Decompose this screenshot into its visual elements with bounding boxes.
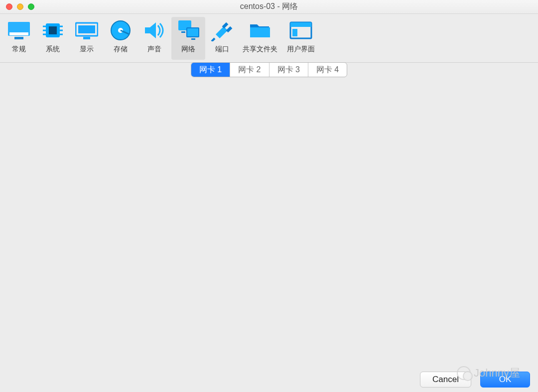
svg-rect-21 (191, 38, 195, 40)
tab-adapter-2[interactable]: 网卡 2 (230, 63, 269, 77)
chevrons-icon (496, 184, 508, 198)
toolbar-item-network[interactable]: 网络 (171, 17, 205, 60)
promiscuous-mode-select[interactable]: 拒绝 (122, 210, 510, 227)
ok-button[interactable]: OK (480, 372, 530, 388)
folder-icon (248, 19, 272, 42)
adapter-type-select[interactable]: Intel PRO/1000 MT 桌面 (82540EM) (122, 182, 510, 199)
chevrons-icon (308, 107, 320, 121)
tab-adapter-1[interactable]: 网卡 1 (191, 63, 230, 77)
svg-rect-26 (292, 29, 297, 36)
window-title: centos-03 - 网络 (0, 1, 538, 12)
toolbar-label: 用户界面 (287, 45, 315, 54)
cancel-button[interactable]: Cancel (420, 372, 471, 388)
toolbar-label: 显示 (80, 45, 94, 54)
toolbar-item-display[interactable]: 显示 (70, 17, 104, 60)
chevrons-icon (496, 212, 508, 226)
toolbar-label: 网络 (181, 45, 195, 54)
svg-rect-13 (83, 37, 90, 39)
svg-rect-20 (181, 31, 185, 33)
attach-mode-label: 连接方式: (22, 108, 122, 120)
toolbar-item-general[interactable]: 常规 (2, 17, 36, 60)
port-forwarding-label: 端口转发 (197, 288, 231, 299)
interface-name-value: en0: Wi-Fi (AirPort) (128, 136, 204, 147)
mac-address-value: 08002798A261 (128, 242, 188, 252)
svg-rect-19 (187, 28, 198, 36)
port-forwarding-button[interactable]: 端口转发 (127, 286, 301, 301)
attach-mode-select[interactable]: 桥接网卡 (122, 105, 321, 122)
monitor-icon (7, 19, 31, 42)
interface-name-select[interactable]: en0: Wi-Fi (AirPort) (122, 133, 510, 150)
cable-connected-label: 接入网线 (141, 264, 177, 276)
network-icon (176, 19, 200, 42)
toolbar-label: 声音 (147, 45, 161, 54)
toolbar-item-ports[interactable]: 端口 (205, 17, 239, 60)
promiscuous-mode-value: 拒绝 (128, 213, 145, 225)
toolbar-label: 系统 (46, 45, 60, 54)
attach-mode-value: 桥接网卡 (128, 108, 163, 120)
display-icon (75, 19, 99, 42)
svg-rect-2 (14, 37, 23, 39)
interface-name-label: 界面名称: (22, 135, 122, 147)
enable-network-checkbox[interactable]: ✓ (33, 84, 42, 93)
svg-rect-12 (78, 25, 95, 33)
svg-rect-1 (9, 32, 28, 35)
advanced-toggle[interactable]: 高级 (84, 161, 516, 172)
toolbar-item-shared-folders[interactable]: 共享文件夹 (239, 17, 281, 60)
toolbar-label: 常规 (12, 45, 26, 54)
toolbar-item-audio[interactable]: 声音 (137, 17, 171, 60)
toolbar-item-system[interactable]: 系统 (36, 17, 70, 60)
toolbar-item-user-interface[interactable]: 用户界面 (281, 17, 321, 60)
adapter-type-value: Intel PRO/1000 MT 桌面 (82540EM) (128, 185, 271, 197)
mac-address-input[interactable]: 08002798A261 (122, 238, 481, 255)
chevrons-icon (496, 134, 508, 148)
svg-rect-23 (226, 26, 233, 33)
toolbar-label: 存储 (114, 45, 128, 54)
plug-icon (210, 19, 234, 42)
network-adapter-panel: ✓ 启用网络连接 连接方式: 桥接网卡 界面名称: en0: Wi-Fi (Ai… (8, 55, 530, 324)
svg-rect-4 (49, 26, 57, 34)
tab-adapter-4[interactable]: 网卡 4 (308, 63, 347, 77)
promiscuous-mode-label: 混杂模式: (22, 213, 122, 225)
mac-address-label: MAC 地址: (22, 241, 122, 253)
disk-icon (109, 19, 133, 42)
toolbar-label: 端口 (215, 45, 229, 54)
chip-icon (41, 19, 65, 42)
enable-network-label: 启用网络连接 (46, 82, 100, 94)
svg-rect-25 (290, 22, 311, 27)
layout-icon (289, 19, 313, 42)
tab-adapter-3[interactable]: 网卡 3 (269, 63, 308, 77)
settings-toolbar: 常规 系统 显示 存储 声音 网络 端口 (0, 14, 538, 63)
cable-connected-checkbox[interactable]: ✓ (127, 265, 136, 274)
refresh-mac-button[interactable] (490, 240, 503, 253)
adapter-tabs: 网卡 1 网卡 2 网卡 3 网卡 4 (191, 62, 347, 77)
toolbar-label: 共享文件夹 (243, 45, 277, 54)
adapter-type-label: 控制芯片: (22, 185, 122, 197)
disclosure-triangle-icon (84, 165, 91, 170)
toolbar-item-storage[interactable]: 存储 (104, 17, 137, 60)
advanced-label: 高级 (95, 161, 112, 172)
speaker-icon (142, 19, 166, 42)
